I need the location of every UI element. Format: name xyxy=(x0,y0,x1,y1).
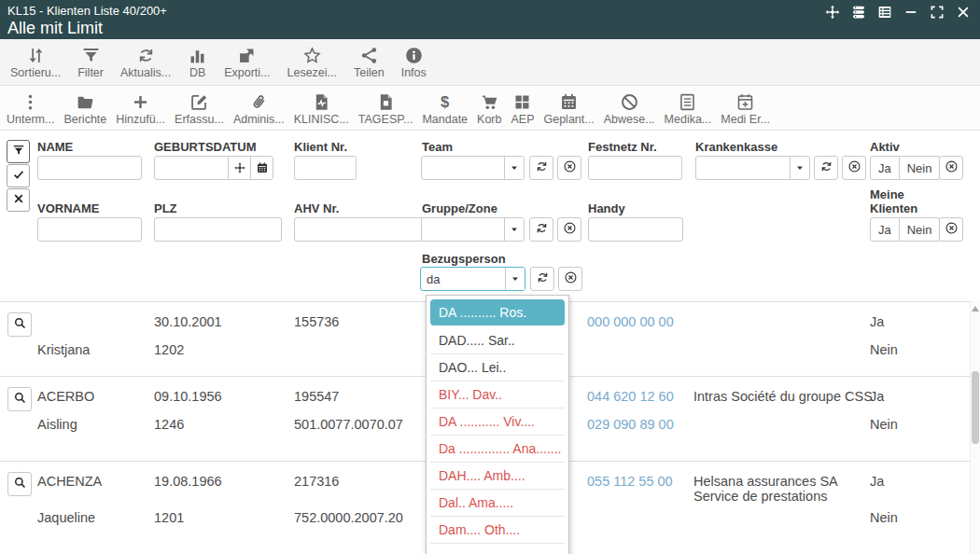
chevron-down-icon[interactable] xyxy=(505,268,525,290)
toolbar-button-label: AEP xyxy=(511,113,534,126)
move-button[interactable] xyxy=(823,5,842,23)
toolbar-button-berichte[interactable]: Berichte xyxy=(59,90,111,127)
dropdown-option[interactable]: DAH.... Amb.... xyxy=(430,463,565,490)
cell-plz: 1201 xyxy=(154,510,184,525)
toolbar-button-filter[interactable]: Filter xyxy=(69,44,112,80)
dropdown-option[interactable]: DA .......... Ros. xyxy=(430,299,565,325)
layers-button[interactable] xyxy=(849,5,868,23)
close-button[interactable] xyxy=(954,5,973,23)
magnifier-icon xyxy=(13,476,27,493)
name-input[interactable] xyxy=(37,156,142,180)
team-clear-button[interactable] xyxy=(557,156,581,180)
krankenkasse-refresh-button[interactable] xyxy=(814,156,838,180)
toolbar-button-aktualis[interactable]: Aktualis... xyxy=(112,44,179,80)
aktiv-nein-button[interactable]: Nein xyxy=(900,156,941,180)
team-refresh-button[interactable] xyxy=(529,156,553,180)
clear-filter-button[interactable] xyxy=(7,188,30,212)
festnetz-input[interactable] xyxy=(588,156,682,180)
toolbar-button-infos[interactable]: Infos xyxy=(393,44,435,80)
meine-klienten-nein-button[interactable]: Nein xyxy=(900,217,941,242)
bezugsperson-input[interactable] xyxy=(421,268,505,290)
cell-name: ACHENZA xyxy=(37,474,102,489)
server-icon xyxy=(850,4,867,24)
bezugsperson-dropdown: DA .......... Ros.DAD..... Sar..DAO... L… xyxy=(426,295,569,554)
date-picker-icon[interactable] xyxy=(228,157,250,179)
toolbar-button-sortieru[interactable]: Sortieru... xyxy=(2,44,69,80)
toolbar-button-label: DB xyxy=(189,66,205,79)
layout-icon xyxy=(876,4,893,24)
dropdown-option[interactable]: Dal.. Ama..... xyxy=(430,490,565,517)
toolbar-button-medika[interactable]: Medika... xyxy=(660,90,717,127)
meine-klienten-ja-button[interactable]: Ja xyxy=(870,217,900,242)
toolbar-button-db[interactable]: DB xyxy=(179,44,216,80)
dropdown-option[interactable]: DAO... Lei.. xyxy=(430,354,565,381)
gruppe-zone-label: Gruppe/Zone xyxy=(422,201,497,215)
dropdown-option[interactable]: DA ........... Viv.... xyxy=(430,409,565,436)
toolbar-button-erfassu[interactable]: Erfassu... xyxy=(170,90,229,127)
cell-phone-link[interactable]: 055 112 55 00 xyxy=(587,474,673,489)
toolbar-button-abwese[interactable]: Abwese... xyxy=(599,90,660,127)
vertical-scrollbar[interactable] xyxy=(970,301,980,554)
festnetz-label: Festnetz Nr. xyxy=(588,140,657,154)
toolbar-button-teilen[interactable]: Teilen xyxy=(345,44,393,80)
cell-phone-link[interactable]: 044 620 12 60 xyxy=(587,389,674,404)
filter-toggle-button[interactable] xyxy=(7,140,30,163)
filter-icon xyxy=(12,144,25,160)
krankenkasse-clear-button[interactable] xyxy=(842,156,866,180)
gruppe-zone-clear-button[interactable] xyxy=(557,217,581,242)
dollar-icon: $ xyxy=(435,91,455,112)
toolbar-button-aep[interactable]: AEP xyxy=(506,90,539,127)
cell-phone-link[interactable]: 000 000 00 00 xyxy=(587,314,674,329)
gruppe-zone-refresh-button[interactable] xyxy=(529,217,553,242)
toolbar-button-tagesp[interactable]: TAGESP... xyxy=(354,90,418,127)
apply-filter-button[interactable] xyxy=(7,164,30,187)
toolbar-button-mandate[interactable]: $Mandate xyxy=(417,90,472,127)
toolbar-button-medi-er[interactable]: Medi Er... xyxy=(716,90,775,127)
scrollbar-thumb[interactable] xyxy=(972,371,979,444)
meine-klienten-clear-button[interactable] xyxy=(939,217,963,242)
table-view-button[interactable] xyxy=(875,5,894,23)
dropdown-option[interactable]: Da .............. Ana....... xyxy=(430,436,565,463)
aktiv-toggle: Ja Nein xyxy=(870,156,940,180)
toolbar-button-label: Geplant... xyxy=(543,113,594,126)
row-detail-button[interactable] xyxy=(7,312,32,337)
minimize-button[interactable] xyxy=(902,5,920,23)
dropdown-option[interactable]: DAD..... Sar.. xyxy=(430,327,565,354)
klient-nr-input[interactable] xyxy=(294,156,357,180)
aktiv-clear-button[interactable] xyxy=(939,156,963,180)
toolbar-button-adminis[interactable]: Adminis... xyxy=(229,90,289,127)
ahv-nr-label: AHV Nr. xyxy=(294,201,339,215)
row-detail-button[interactable] xyxy=(7,472,32,496)
toolbar-button-korb[interactable]: Korb xyxy=(472,90,506,127)
gruppe-zone-input[interactable] xyxy=(422,218,504,241)
bezugsperson-clear-button[interactable] xyxy=(558,267,582,291)
maximize-button[interactable] xyxy=(928,5,946,23)
toolbar-button-exporti[interactable]: Exporti... xyxy=(216,44,278,80)
dropdown-option[interactable]: Dam.... Oth.... xyxy=(430,517,565,544)
bezugsperson-refresh-button[interactable] xyxy=(530,267,554,291)
krankenkasse-input[interactable] xyxy=(696,157,790,179)
toolbar-button-label: Sortieru... xyxy=(10,66,61,79)
vorname-input[interactable] xyxy=(37,217,142,242)
toolbar-button-label: TAGESP... xyxy=(358,113,413,126)
chevron-down-icon[interactable] xyxy=(504,218,524,241)
toolbar-button-lesezei[interactable]: Lesezei... xyxy=(278,44,345,80)
calendar-icon[interactable] xyxy=(250,157,273,179)
plz-input[interactable] xyxy=(154,217,282,242)
row-detail-button[interactable] xyxy=(7,387,32,411)
toolbar-button-klinisc[interactable]: KLINISC... xyxy=(289,90,354,127)
cell-meine-klienten: Nein xyxy=(870,342,898,357)
toolbar-button-geplant[interactable]: Geplant... xyxy=(539,90,598,127)
chevron-down-icon[interactable] xyxy=(790,157,809,179)
dropdown-option[interactable]: BIY... Dav.. xyxy=(430,381,565,409)
chevron-down-icon[interactable] xyxy=(504,157,524,179)
aktiv-ja-button[interactable]: Ja xyxy=(870,156,900,180)
cell-phone-link[interactable]: 029 090 89 00 xyxy=(587,417,674,432)
geburtsdatum-input[interactable] xyxy=(155,157,228,179)
toolbar-button-unterm[interactable]: Unterm... xyxy=(2,90,59,127)
ahv-nr-input[interactable] xyxy=(294,217,425,242)
toolbar-button-hinzuf[interactable]: Hinzufü... xyxy=(111,90,170,127)
scroll-up-arrow-icon[interactable] xyxy=(972,306,979,312)
handy-input[interactable] xyxy=(588,217,683,242)
team-input[interactable] xyxy=(422,157,504,179)
